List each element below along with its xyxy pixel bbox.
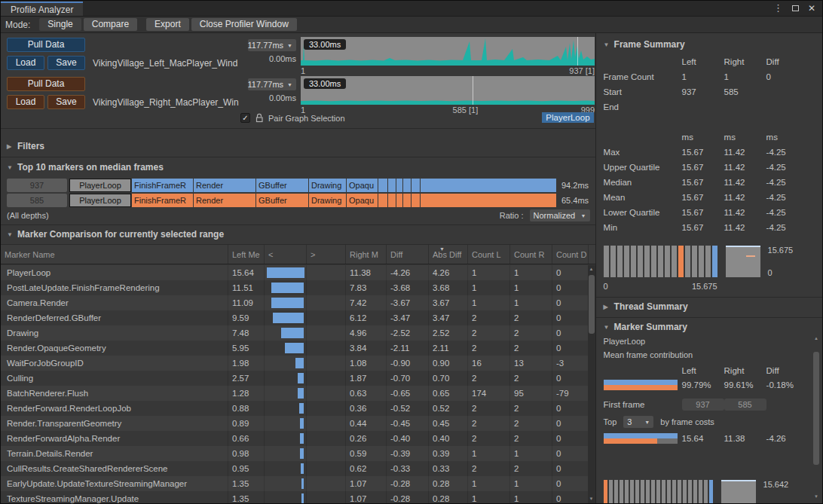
table-row[interactable]: Render.TransparentGeometry0.890.44-0.450…	[1, 416, 588, 431]
all-depths-label: (All depths)	[7, 211, 49, 220]
table-row[interactable]: EarlyUpdate.UpdateTextureStreamingManage…	[1, 476, 588, 491]
marker-summary-header[interactable]: ▼ Marker Summary	[604, 322, 819, 332]
top10-segment[interactable]	[396, 194, 402, 207]
table-row[interactable]: WaitForJobGroupID1.981.08-0.900.901613-3	[1, 356, 588, 371]
top10-segment[interactable]	[421, 194, 556, 207]
table-row[interactable]: RenderForwardAlpha.Render0.660.26-0.400.…	[1, 431, 588, 446]
column-header-diff[interactable]: Diff	[387, 245, 429, 264]
selected-marker-chip[interactable]: PlayerLoop	[542, 112, 593, 123]
column-header-count-d[interactable]: Count D	[552, 245, 589, 264]
summary-value: 11.42	[724, 208, 766, 217]
frame-index-button[interactable]: 937	[7, 179, 67, 192]
column-header-left-me[interactable]: Left Me	[228, 245, 265, 264]
scroll-down-icon[interactable]: ▼	[588, 495, 595, 503]
table-row[interactable]: Terrain.Details.Render0.980.59-0.390.391…	[1, 446, 588, 461]
top10-segment-render[interactable]: Render	[194, 194, 255, 207]
table-row[interactable]: RenderForward.RenderLoopJob0.880.36-0.52…	[1, 401, 588, 416]
table-row[interactable]: CullResults.CreateSharedRendererScene0.9…	[1, 461, 588, 476]
table-row[interactable]: Render.OpaqueGeometry5.953.84-2.112.1122…	[1, 341, 588, 356]
scroll-up-icon[interactable]: ▲	[588, 265, 595, 273]
ratio-dropdown[interactable]: Normalized▼	[530, 209, 590, 221]
mode-single-button[interactable]: Single	[39, 18, 81, 31]
column-header-abs-diff[interactable]: Abs Diff▼	[429, 245, 468, 264]
export-button[interactable]: Export	[146, 18, 189, 31]
top10-segment[interactable]	[378, 179, 387, 192]
load-right-button[interactable]: Load	[7, 95, 44, 109]
table-row[interactable]: Culling2.571.87-0.700.70220	[1, 371, 588, 386]
top10-segment-opaqu[interactable]: Opaqu	[347, 194, 378, 207]
save-left-button[interactable]: Save	[47, 56, 85, 70]
close-icon[interactable]: ✕	[808, 5, 815, 12]
column-header-count-r[interactable]: Count R	[510, 245, 552, 264]
table-scrollbar-track[interactable]	[588, 273, 595, 495]
left-scale-dropdown[interactable]: 117.77ms▼	[248, 39, 296, 51]
top10-segment-render[interactable]: Render	[194, 179, 255, 192]
scroll-down-icon[interactable]: ▼	[812, 493, 820, 501]
cell: 2	[468, 325, 510, 341]
right-scale-dropdown[interactable]: 117.77ms▼	[248, 78, 296, 90]
summary-scrollbar-track[interactable]	[812, 343, 820, 493]
right-frame-graph[interactable]: 33.00ms	[301, 76, 595, 105]
column-header--[interactable]: >	[307, 245, 346, 264]
table-row[interactable]: PlayerLoop15.6411.38-4.264.26110	[1, 265, 588, 280]
frame-summary-header[interactable]: ▼ Frame Summary	[604, 39, 819, 50]
unlock-icon[interactable]	[255, 113, 264, 123]
top10-segment-drawing[interactable]: Drawing	[309, 179, 346, 192]
frame-index-button[interactable]: 585	[7, 194, 67, 207]
table-scrollbar-thumb[interactable]	[589, 275, 595, 334]
tab-profile-analyzer[interactable]: Profile Analyzer	[1, 2, 83, 16]
top10-segment-opaqu[interactable]: Opaqu	[347, 179, 378, 192]
thread-summary-header[interactable]: ▶ Thread Summary	[604, 301, 819, 312]
top10-segment-gbuffer[interactable]: GBuffer	[256, 179, 308, 192]
filters-section-header[interactable]: ▶ Filters	[7, 141, 44, 151]
table-scrollbar[interactable]: ▲ ▼	[588, 265, 595, 503]
table-row[interactable]: PostLateUpdate.FinishFrameRendering11.51…	[1, 280, 588, 295]
table-row[interactable]: TextureStreamingManager.Update1.351.07-0…	[1, 491, 588, 503]
top10-segment-playerloop[interactable]: PlayerLoop	[69, 194, 131, 207]
summary-scrollbar-thumb[interactable]	[813, 352, 819, 465]
top10-segment[interactable]	[412, 194, 420, 207]
table-row[interactable]: Drawing7.484.96-2.522.52220	[1, 325, 588, 341]
left-frame-graph[interactable]: 33.00ms	[301, 37, 595, 66]
top10-segment[interactable]	[412, 179, 420, 192]
mode-compare-button[interactable]: Compare	[84, 18, 137, 31]
first-frame-right-button[interactable]: 585	[724, 399, 766, 411]
column-header-marker-name[interactable]: Marker Name	[1, 245, 228, 264]
pull-data-right-button[interactable]: Pull Data	[7, 77, 85, 91]
top10-segment-finishframer[interactable]: FinishFrameR	[132, 179, 193, 192]
cell	[307, 476, 346, 491]
maximize-icon[interactable]	[792, 5, 799, 11]
top10-segment[interactable]	[388, 179, 396, 192]
top10-title: Top 10 markers on median frames	[17, 162, 164, 173]
top10-segment-playerloop[interactable]: PlayerLoop	[69, 179, 131, 192]
comparison-section-header[interactable]: ▼ Marker Comparison for currently select…	[7, 229, 224, 240]
column-header-count-l[interactable]: Count L	[468, 245, 510, 264]
histogram-bar	[610, 246, 616, 277]
top10-section-header[interactable]: ▼ Top 10 markers on median frames	[7, 162, 164, 173]
top10-segment-gbuffer[interactable]: GBuffer	[256, 194, 308, 207]
top10-segment[interactable]	[396, 179, 402, 192]
table-row[interactable]: BatchRenderer.Flush1.280.63-0.650.651749…	[1, 386, 588, 401]
scroll-up-icon[interactable]: ▲	[812, 334, 820, 343]
top10-segment[interactable]	[388, 194, 396, 207]
more-menu-icon[interactable]: ⋮	[773, 5, 783, 12]
top10-segment[interactable]	[403, 179, 411, 192]
load-left-button[interactable]: Load	[7, 56, 44, 70]
summary-row: Min15.6711.42-4.25	[604, 220, 819, 235]
first-frame-left-button[interactable]: 937	[682, 399, 724, 411]
top-count-dropdown[interactable]: 3▼	[623, 416, 653, 428]
column-header--[interactable]: <	[265, 245, 307, 264]
top10-segment[interactable]	[421, 179, 556, 192]
top10-segment[interactable]	[403, 194, 411, 207]
column-header-right-m[interactable]: Right M	[346, 245, 387, 264]
top10-segment-drawing[interactable]: Drawing	[309, 194, 346, 207]
pull-data-left-button[interactable]: Pull Data	[7, 38, 85, 52]
table-row[interactable]: Camera.Render11.097.42-3.673.67110	[1, 295, 588, 310]
top10-segment-finishframer[interactable]: FinishFrameR	[132, 194, 193, 207]
pair-selection-checkbox[interactable]: ✓	[240, 113, 250, 123]
save-right-button[interactable]: Save	[47, 95, 85, 109]
table-row[interactable]: RenderDeferred.GBuffer9.596.12-3.473.472…	[1, 310, 588, 325]
close-profiler-window-button[interactable]: Close Profiler Window	[191, 18, 297, 31]
summary-scrollbar[interactable]: ▲ ▼	[812, 334, 820, 501]
top10-segment[interactable]	[378, 194, 387, 207]
